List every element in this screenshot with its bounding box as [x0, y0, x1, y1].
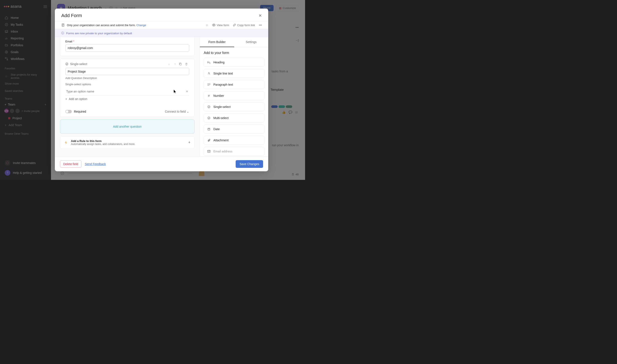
- panel-title: Add to your form: [204, 51, 264, 55]
- field-multi-select[interactable]: Multi-select: [204, 114, 264, 122]
- single-select-icon: [65, 63, 68, 65]
- question-type: Single-select: [70, 62, 165, 66]
- svg-point-20: [208, 106, 210, 108]
- field-heading[interactable]: H₁Heading: [204, 58, 264, 67]
- svg-point-15: [66, 63, 68, 65]
- more-icon[interactable]: •••: [259, 24, 262, 27]
- change-link[interactable]: Change: [136, 24, 146, 27]
- form-icon: [61, 23, 65, 27]
- info-icon: ⓘ: [61, 31, 64, 35]
- connect-to-field[interactable]: Connect to field⌄: [165, 110, 189, 113]
- add-another-question[interactable]: Add another question: [60, 119, 195, 134]
- view-form-button[interactable]: View form: [212, 24, 229, 27]
- field-attachment[interactable]: Attachment: [204, 136, 264, 145]
- option-input[interactable]: [65, 89, 183, 94]
- field-date[interactable]: Date: [204, 125, 264, 134]
- svg-rect-22: [208, 128, 210, 130]
- svg-point-21: [208, 117, 210, 119]
- tab-settings[interactable]: Settings: [234, 37, 268, 47]
- plus-icon: +: [65, 97, 67, 101]
- field-single-select[interactable]: Single-select: [204, 102, 264, 111]
- option-row: ✕: [65, 88, 189, 95]
- add-form-modal: Add Form ✕ Only your organization can ac…: [55, 9, 268, 171]
- svg-rect-16: [180, 63, 181, 65]
- send-feedback-link[interactable]: Send Feedback: [85, 162, 106, 166]
- heading-icon: H₁: [207, 61, 211, 64]
- add-description-link[interactable]: Add Question Description: [65, 75, 189, 83]
- number-icon: #: [207, 94, 211, 97]
- single-select-question-card: Single-select ↓ ↑ Add Question Descripti…: [60, 59, 195, 117]
- bolt-icon: [64, 141, 68, 144]
- svg-point-14: [213, 25, 214, 26]
- save-changes-button[interactable]: Save Changes: [236, 160, 263, 168]
- modal-title: Add Form: [61, 13, 82, 18]
- rule-title: Add a Rule to this form: [71, 139, 135, 143]
- rule-card: Add a Rule to this form Automatically as…: [60, 136, 195, 149]
- multi-select-icon: [207, 117, 211, 119]
- required-toggle[interactable]: Required: [65, 110, 86, 113]
- add-rule-button[interactable]: +: [188, 140, 190, 145]
- mail-icon: [207, 150, 211, 153]
- question-title-input[interactable]: [65, 68, 189, 75]
- remove-option-icon[interactable]: ✕: [185, 89, 189, 94]
- email-input[interactable]: [65, 44, 189, 52]
- info-banner: ⓘ Forms are now private to your organiza…: [55, 29, 268, 37]
- delete-icon[interactable]: [185, 63, 189, 65]
- right-panel: Form Builder Settings Add to your form H…: [200, 37, 268, 156]
- field-email: Email address: [204, 147, 264, 156]
- email-field-card: Email*: [60, 37, 195, 56]
- rule-subtitle: Automatically assign tasks, add collabor…: [71, 143, 135, 146]
- copy-form-link-button[interactable]: Copy form link: [233, 24, 255, 27]
- field-single-line[interactable]: ASingle line text: [204, 69, 264, 78]
- options-label: Single-select options: [65, 83, 189, 86]
- star-icon[interactable]: ☆: [206, 24, 208, 27]
- cursor-icon: [174, 90, 176, 93]
- delete-field-button[interactable]: Delete field: [60, 160, 81, 168]
- field-number[interactable]: #Number: [204, 91, 264, 100]
- field-paragraph[interactable]: Paragraph text: [204, 80, 264, 89]
- email-label: Email*: [65, 40, 189, 43]
- svg-rect-26: [208, 150, 210, 153]
- chevron-down-icon: ⌄: [187, 110, 189, 113]
- form-canvas: Email* Single-select ↓ ↑ Add Question De…: [55, 37, 200, 156]
- attachment-icon: [207, 139, 211, 142]
- calendar-icon: [207, 128, 211, 130]
- toggle-icon: [65, 110, 72, 113]
- access-text: Only your organization can access and su…: [67, 24, 203, 27]
- move-up-icon[interactable]: ↑: [173, 62, 177, 66]
- move-down-icon[interactable]: ↓: [167, 62, 171, 66]
- single-select-icon: [207, 105, 211, 108]
- text-icon: A: [207, 72, 211, 75]
- tab-form-builder[interactable]: Form Builder: [200, 37, 234, 47]
- close-icon[interactable]: ✕: [259, 13, 262, 18]
- duplicate-icon[interactable]: [179, 63, 183, 65]
- paragraph-icon: [207, 83, 211, 86]
- add-option-button[interactable]: + Add an option: [65, 95, 189, 102]
